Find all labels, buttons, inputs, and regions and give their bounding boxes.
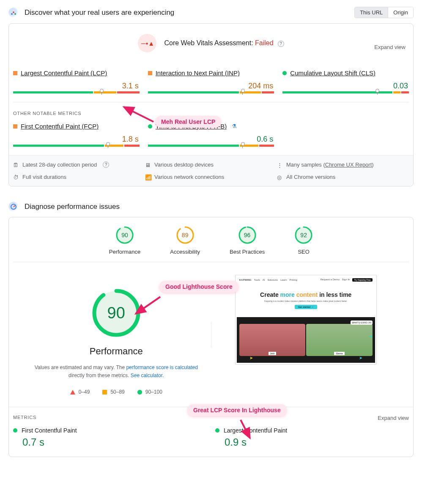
footer-devices: 🖥Various desktop devices — [145, 162, 277, 168]
metric-lcp: Largest Contentful Paint (LCP) 3.1 s — [13, 69, 140, 93]
calendar-icon: 🗓 — [13, 162, 19, 168]
crux-panel: ─ ▪ ▲ Core Web Vitals Assessment: Failed… — [8, 23, 414, 186]
chrome-icon: ◎ — [277, 174, 283, 180]
score-calc-link[interactable]: performance score is calculated — [126, 364, 197, 370]
cursor-icon: ➤ — [249, 356, 253, 360]
lh-metric-fcp: First Contentful Paint 0.7 s — [13, 427, 207, 448]
score-legend: 0–49 50–89 90–100 — [22, 389, 211, 395]
page-thumbnail: KAPWING ToolsAISolutionsLearnPricing Req… — [235, 275, 377, 364]
status-dot-icon — [148, 124, 152, 129]
lh-metrics-row: First Contentful Paint 0.7 s Largest Con… — [9, 425, 413, 457]
lh-section-header: Diagnose performance issues — [0, 195, 422, 217]
metric-fcp: First Contentful Paint (FCP) 1.8 s — [13, 123, 140, 147]
metric-inp: Interaction to Next Paint (INP) 204 ms — [148, 69, 274, 93]
wifi-icon: 📶 — [145, 174, 151, 180]
status-dot-icon — [13, 428, 17, 433]
footer-durations: ⏱Full visit durations — [13, 174, 145, 180]
svg-point-2 — [14, 13, 16, 15]
score-accessibility[interactable]: 89 Accessibility — [170, 226, 200, 255]
toggle-origin[interactable]: Origin — [388, 7, 413, 18]
crux-icon — [8, 8, 19, 18]
square-icon — [102, 390, 107, 394]
triangle-icon — [70, 390, 75, 394]
crux-report-link[interactable]: Chrome UX Report — [325, 162, 372, 168]
cwv-fail-icon: ─ ▪ ▲ — [138, 34, 156, 52]
cwv-assessment: Core Web Vitals Assessment: Failed ? — [164, 39, 284, 47]
toggle-this-url[interactable]: This URL — [355, 7, 388, 18]
big-performance-gauge: 90 — [91, 288, 142, 338]
footer-period: 🗓Latest 28-day collection period? — [13, 162, 145, 168]
callout-great-lcp: Great LCP Score In Lighthouse — [187, 404, 287, 416]
status-dot-icon — [282, 71, 287, 75]
scope-toggle: This URL Origin — [354, 7, 414, 18]
crux-section-header: Discover what your real users are experi… — [0, 0, 422, 23]
status-square-icon — [148, 71, 152, 75]
lh-panel: 90 Performance 89 Accessibility 96 Best … — [8, 217, 414, 457]
help-icon[interactable]: ? — [278, 41, 284, 47]
performance-heading: Performance — [22, 346, 211, 357]
cls-bar — [282, 91, 409, 93]
lh-performance-detail: 90 Performance Values are estimated and … — [22, 275, 211, 395]
callout-meh-lcp: Meh Real User LCP — [155, 116, 221, 128]
score-performance[interactable]: 90 Performance — [109, 226, 140, 255]
callout-good-score: Good Lighthouse Score — [159, 281, 238, 293]
other-metrics-label: OTHER NOTABLE METRICS — [9, 102, 413, 116]
flask-icon: ⚗ — [232, 123, 237, 129]
lh-title: Diagnose performance issues — [25, 203, 120, 211]
status-square-icon — [13, 124, 17, 129]
devices-icon: 🖥 — [145, 162, 151, 168]
circle-icon — [137, 390, 142, 394]
svg-point-0 — [11, 13, 13, 15]
metric-cls: Cumulative Layout Shift (CLS) 0.03 — [282, 69, 409, 93]
crux-expand-view[interactable]: Expand view — [374, 44, 406, 50]
footer-samples: ⋮Many samples (Chrome UX Report) — [277, 162, 409, 168]
lh-metric-lcp: Largest Contentful Paint 0.9 s — [215, 427, 409, 448]
lcp-bar — [13, 91, 140, 93]
timer-icon: ⏱ — [13, 174, 19, 180]
cwv-header: ─ ▪ ▲ Core Web Vitals Assessment: Failed… — [9, 28, 413, 54]
performance-description: Values are estimated and may vary. The p… — [22, 364, 211, 380]
score-seo[interactable]: 92 SEO — [294, 226, 313, 255]
status-square-icon — [13, 71, 17, 75]
samples-icon: ⋮ — [277, 162, 283, 168]
lh-screenshot: KAPWING ToolsAISolutionsLearnPricing Req… — [211, 275, 401, 395]
ttfb-bar — [148, 145, 274, 147]
score-best-practices[interactable]: 96 Best Practices — [230, 226, 265, 255]
lh-score-row: 90 Performance 89 Accessibility 96 Best … — [13, 217, 409, 262]
fcp-bar — [13, 145, 140, 147]
crux-footer: 🗓Latest 28-day collection period? 🖥Vario… — [9, 155, 413, 186]
inp-bar — [148, 91, 274, 93]
cursor-icon: ➤ — [369, 334, 373, 339]
footer-chrome: ◎All Chrome versions — [277, 174, 409, 180]
status-dot-icon — [215, 428, 219, 433]
help-icon[interactable]: ? — [103, 162, 109, 168]
lighthouse-icon — [8, 202, 19, 212]
cursor-icon: ➤ — [359, 356, 362, 360]
lh-expand-view[interactable]: Expand view — [378, 415, 409, 421]
svg-point-1 — [13, 11, 14, 13]
core-metrics-row: Largest Contentful Paint (LCP) 3.1 s Int… — [9, 54, 413, 102]
crux-title: Discover what your real users are experi… — [25, 8, 174, 17]
calculator-link[interactable]: See calculator. — [131, 373, 164, 378]
footer-network: 📶Various network connections — [145, 174, 277, 180]
